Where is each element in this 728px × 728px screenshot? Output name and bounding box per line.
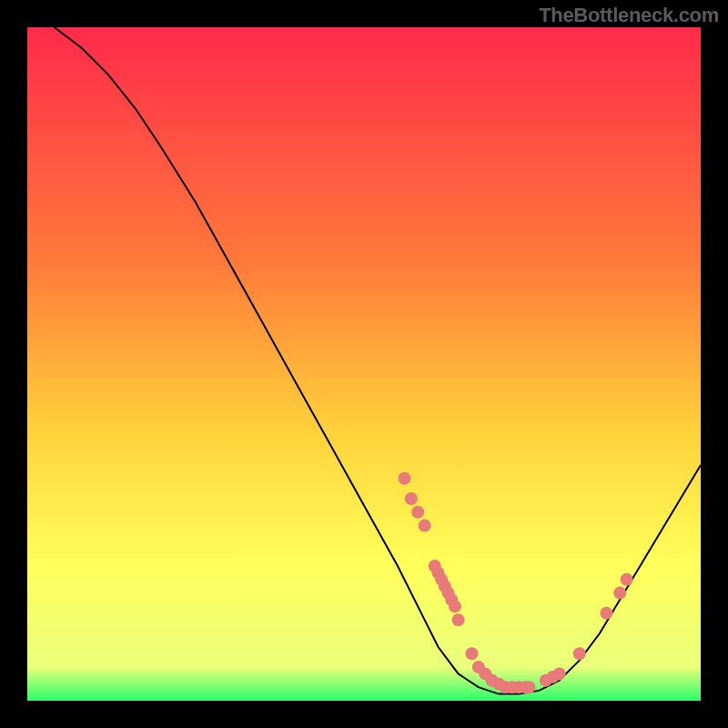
data-point — [600, 607, 612, 620]
chart-container — [27, 27, 701, 701]
data-point — [621, 573, 633, 586]
data-point — [452, 613, 465, 626]
data-point — [522, 681, 535, 693]
data-point — [613, 587, 626, 600]
data-point — [398, 472, 410, 485]
watermark-text: TheBottleneck.com — [539, 4, 719, 27]
data-point — [419, 520, 431, 532]
data-point — [411, 506, 424, 519]
data-point — [465, 647, 478, 660]
chart-svg — [27, 27, 701, 701]
data-point — [573, 647, 586, 660]
data-point — [405, 492, 418, 505]
chart-background — [27, 27, 701, 701]
data-point — [449, 600, 461, 612]
data-point — [553, 667, 566, 680]
